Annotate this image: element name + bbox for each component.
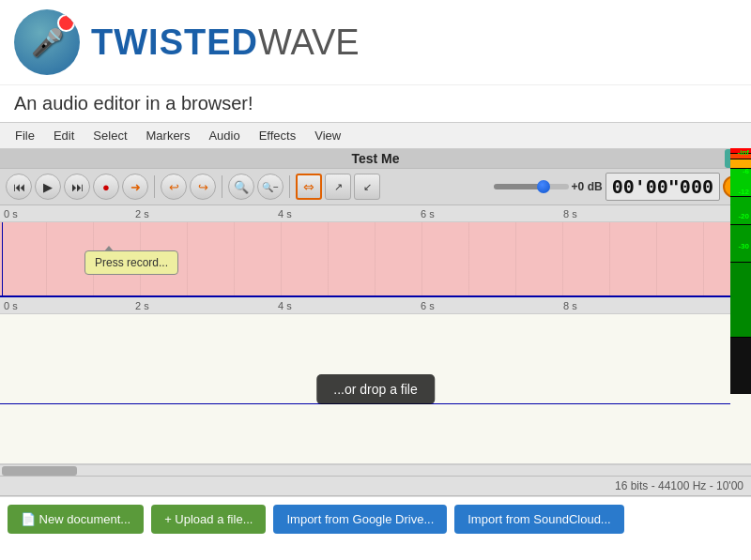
menu-effects[interactable]: Effects	[252, 126, 304, 145]
menu-view[interactable]: View	[307, 126, 348, 145]
logo-image: 🎤	[14, 9, 80, 75]
timeline-b-mark-0s: 0 s	[4, 300, 18, 311]
rewind-button[interactable]: ⏮	[6, 174, 32, 200]
vu-label-30: -30	[738, 242, 749, 250]
menu-edit[interactable]: Edit	[46, 126, 82, 145]
drop-hint: ...or drop a file	[316, 374, 435, 404]
time-display: 00'00"000	[605, 173, 720, 201]
vu-meter: -inf -6 -12 -20 -30	[730, 148, 751, 394]
record-tooltip: Press record...	[84, 250, 178, 275]
undo-button[interactable]: ↩	[161, 174, 187, 200]
vu-label-inf: -inf	[738, 148, 749, 157]
menu-audio[interactable]: Audio	[201, 126, 247, 145]
trim-button[interactable]: ⇔	[296, 174, 322, 200]
import-soundcloud-button[interactable]: Import from SoundCloud...	[454, 505, 623, 534]
timeline-top: 0 s 2 s 4 s 6 s 8 s	[0, 205, 751, 222]
menu-select[interactable]: Select	[85, 126, 134, 145]
redo-button[interactable]: ↪	[190, 174, 216, 200]
new-document-button[interactable]: 📄 New document...	[8, 505, 144, 534]
volume-slider[interactable]	[494, 184, 569, 189]
go-end-button[interactable]: ➜	[122, 174, 148, 200]
timeline-mark-8s: 8 s	[563, 208, 577, 219]
tooltip-text: Press record...	[95, 256, 168, 269]
waveform-recording[interactable]: Press record...	[0, 222, 751, 297]
playhead-bottom	[0, 403, 730, 404]
tagline: An audio editor in a browser!	[0, 85, 751, 122]
scrollbar[interactable]	[0, 464, 751, 476]
upload-file-button[interactable]: + Upload a file...	[151, 505, 266, 534]
vu-label-12: -12	[738, 188, 749, 196]
shrink-button[interactable]: ↙	[354, 174, 380, 200]
statusbar: 16 bits - 44100 Hz - 10'00	[0, 476, 751, 496]
record-button[interactable]: ●	[93, 174, 119, 200]
timeline-b-mark-8s: 8 s	[563, 300, 577, 311]
toolbar: ⏮ ▶ ⏭ ● ➜ ↩ ↪ 🔍 🔍− ⇔ ↗ ↙ +0 dB 00'00"000…	[0, 169, 751, 205]
volume-control	[494, 184, 569, 189]
expand-button[interactable]: ↗	[325, 174, 351, 200]
header: 🎤 TWISTEDWAVE	[0, 0, 751, 85]
zoom-out-button[interactable]: 🔍−	[257, 174, 284, 200]
db-label: +0 dB	[572, 180, 603, 193]
separator-2	[222, 175, 222, 198]
menu-file[interactable]: File	[8, 126, 42, 145]
volume-knob[interactable]	[537, 180, 550, 193]
import-gdrive-button[interactable]: Import from Google Drive...	[273, 505, 447, 534]
timeline-bottom: 0 s 2 s 4 s 6 s 8 s	[0, 297, 751, 314]
waveform-dropzone[interactable]: ...or drop a file	[0, 314, 751, 464]
vu-green-4	[730, 263, 751, 338]
logo-normal: WAVE	[258, 23, 360, 62]
logo-bold: TWISTED	[91, 23, 258, 62]
bottom-bar: 📄 New document... + Upload a file... Imp…	[0, 496, 751, 541]
vu-label-6: -6	[743, 167, 749, 175]
timeline-b-mark-4s: 4 s	[278, 300, 292, 311]
play-button[interactable]: ▶	[35, 174, 61, 200]
timeline-b-mark-2s: 2 s	[135, 300, 149, 311]
track-title-bar: Test Me ↗	[0, 149, 751, 169]
zoom-in-button[interactable]: 🔍	[228, 174, 254, 200]
timeline-mark-2s: 2 s	[135, 208, 149, 219]
fast-forward-button[interactable]: ⏭	[64, 174, 90, 200]
separator-1	[154, 175, 155, 198]
vu-green-2	[730, 197, 751, 225]
timeline-mark-0s: 0 s	[4, 208, 18, 219]
timeline-mark-6s: 6 s	[421, 208, 435, 219]
playhead-top	[2, 222, 3, 295]
menubar: File Edit Select Markers Audio Effects V…	[0, 122, 751, 149]
menu-markers[interactable]: Markers	[139, 126, 198, 145]
scrollbar-thumb[interactable]	[2, 466, 77, 476]
logo-text: TWISTEDWAVE	[91, 23, 360, 63]
timeline-b-mark-6s: 6 s	[421, 300, 435, 311]
vu-label-20: -20	[738, 212, 749, 220]
mic-icon: 🎤	[31, 27, 64, 58]
separator-3	[289, 175, 290, 198]
track-name: Test Me	[351, 151, 399, 166]
timeline-mark-4s: 4 s	[278, 208, 292, 219]
